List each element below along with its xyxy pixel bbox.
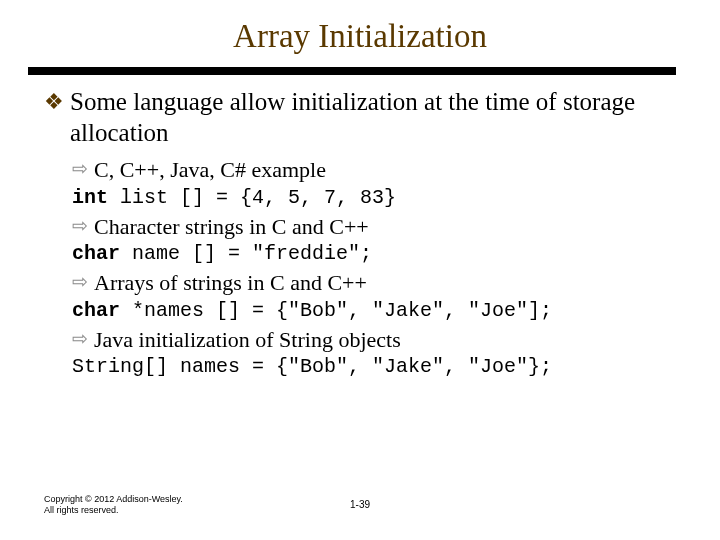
- subbullet: ⇨ C, C++, Java, C# example: [72, 156, 672, 184]
- code-rest: name [] = "freddie";: [120, 242, 372, 265]
- arrow-bullet-icon: ⇨: [72, 213, 94, 241]
- code-keyword: int: [72, 186, 108, 209]
- subbullet-text: Character strings in C and C++: [94, 213, 369, 241]
- code-line: char *names [] = {"Bob", "Jake", "Joe"];: [72, 299, 672, 322]
- slide-title: Array Initialization: [0, 0, 720, 67]
- subbullet-text: Java initialization of String objects: [94, 326, 401, 354]
- subbullet: ⇨ Java initialization of String objects: [72, 326, 672, 354]
- title-rule-thin: [28, 73, 676, 75]
- code-line: char name [] = "freddie";: [72, 242, 672, 265]
- content-area: ❖ Some language allow initialization at …: [0, 73, 720, 378]
- page-number: 1-39: [0, 499, 720, 510]
- code-line: int list [] = {4, 5, 7, 83}: [72, 186, 672, 209]
- code-keyword: char: [72, 242, 120, 265]
- arrow-bullet-icon: ⇨: [72, 326, 94, 354]
- slide: Array Initialization ❖ Some language all…: [0, 0, 720, 540]
- subbullet-text: C, C++, Java, C# example: [94, 156, 326, 184]
- bullet-main: ❖ Some language allow initialization at …: [44, 87, 672, 148]
- subbullet: ⇨ Arrays of strings in C and C++: [72, 269, 672, 297]
- code-line: String[] names = {"Bob", "Jake", "Joe"};: [72, 355, 672, 378]
- code-rest: list [] = {4, 5, 7, 83}: [108, 186, 396, 209]
- arrow-bullet-icon: ⇨: [72, 269, 94, 297]
- code-rest: String[] names = {"Bob", "Jake", "Joe"};: [72, 355, 552, 378]
- subbullet: ⇨ Character strings in C and C++: [72, 213, 672, 241]
- subbullet-text: Arrays of strings in C and C++: [94, 269, 367, 297]
- code-keyword: char: [72, 299, 120, 322]
- title-rule: [28, 67, 676, 73]
- bullet-main-text: Some language allow initialization at th…: [70, 87, 672, 148]
- code-rest: *names [] = {"Bob", "Jake", "Joe"];: [120, 299, 552, 322]
- arrow-bullet-icon: ⇨: [72, 156, 94, 184]
- diamond-bullet-icon: ❖: [44, 87, 70, 148]
